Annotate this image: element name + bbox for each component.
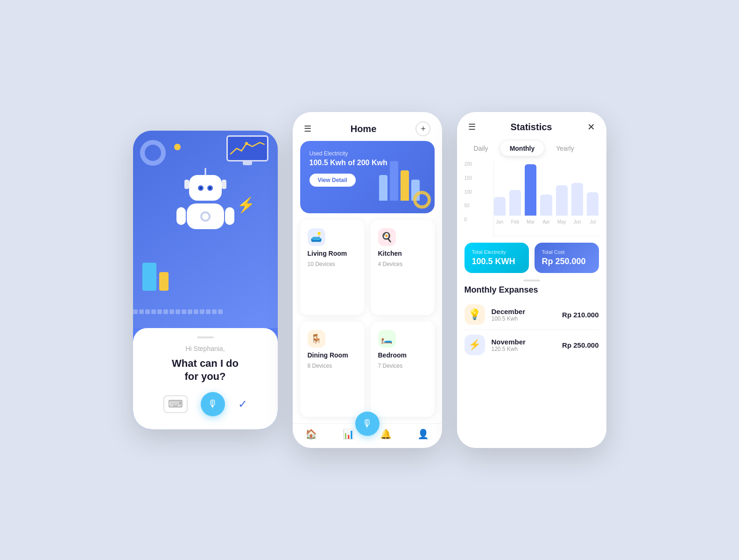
monitor-screen xyxy=(226,135,268,161)
bar-jan-label: Jan xyxy=(496,219,503,224)
rooms-grid: 🛋️ Living Room 10 Devices 🍳 Kitchen 4 De… xyxy=(293,213,442,423)
robot-arm-left xyxy=(176,207,186,225)
add-button[interactable]: + xyxy=(415,121,430,136)
robot-illustration xyxy=(175,175,236,240)
grid-cell xyxy=(151,309,156,314)
grid-cell xyxy=(212,309,217,314)
electricity-value: 100.5 KWH xyxy=(472,257,521,266)
check-icon[interactable]: ✓ xyxy=(238,398,247,411)
drag-handle xyxy=(197,336,214,338)
bar-2 xyxy=(390,161,398,201)
tab-yearly[interactable]: Yearly xyxy=(547,141,583,156)
grid-cell xyxy=(206,309,211,314)
expense-november: ⚡ November 120.5 Kwh Rp 250.000 xyxy=(457,330,606,360)
bar-apr: Apr xyxy=(540,195,552,224)
y-label-150: 150 xyxy=(465,175,472,181)
nav-profile-icon[interactable]: 👤 xyxy=(417,428,429,440)
bar-may-rect xyxy=(556,185,568,216)
banner-bar-chart xyxy=(379,154,420,201)
grid-row xyxy=(194,309,223,314)
stats-title: Statistics xyxy=(511,122,552,133)
bar-jan-rect xyxy=(494,197,506,216)
cost-label: Total Cost xyxy=(542,249,591,255)
bar-mar-rect xyxy=(525,164,536,216)
bar-jun: Jun xyxy=(571,183,583,224)
keyboard-icon[interactable]: ⌨ xyxy=(163,395,188,413)
robot-body xyxy=(187,203,224,229)
y-label-100: 100 xyxy=(465,189,472,195)
expenses-title: Monthly Expanses xyxy=(457,285,606,300)
bar-apr-label: Apr xyxy=(542,219,550,224)
grid-cell xyxy=(188,309,192,314)
robot-antenna xyxy=(204,168,206,175)
bar-jan: Jan xyxy=(494,197,506,224)
expense-december: 💡 December 100.5 Kwh Rp 210.000 xyxy=(457,300,606,329)
expense-nov-kwh: 120.5 Kwh xyxy=(492,346,556,352)
nav-mic-button[interactable]: 🎙 xyxy=(355,412,380,436)
room-card-living[interactable]: 🛋️ Living Room 10 Devices xyxy=(300,220,364,315)
cube-blue xyxy=(142,263,156,291)
grid-decoration xyxy=(133,309,268,314)
home-title: Home xyxy=(351,124,377,134)
greeting-text: Hi Stephania, xyxy=(185,345,225,352)
menu-icon[interactable]: ☰ xyxy=(304,124,311,134)
close-button[interactable]: ✕ xyxy=(587,121,595,133)
bar-feb: Feb xyxy=(509,190,521,224)
bedroom-devices: 7 Devices xyxy=(378,363,427,369)
living-room-devices: 10 Devices xyxy=(308,261,357,267)
tab-monthly[interactable]: Monthly xyxy=(500,141,544,156)
y-label-200: 200 xyxy=(465,161,472,167)
bar-mar: Mar xyxy=(525,164,536,224)
living-room-name: Living Room xyxy=(308,250,357,257)
bar-jul-rect xyxy=(587,192,598,216)
room-card-bedroom[interactable]: 🛏️ Bedroom 7 Devices xyxy=(371,322,435,417)
kitchen-name: Kitchen xyxy=(378,250,427,257)
cost-value: Rp 250.000 xyxy=(542,257,591,266)
robot-arm-right xyxy=(225,207,234,225)
grid-cell xyxy=(157,309,162,314)
assistant-controls: ⌨ 🎙 ✓ xyxy=(163,392,247,416)
grid-cell xyxy=(139,309,144,314)
view-detail-button[interactable]: View Detail xyxy=(310,174,356,187)
grid-row xyxy=(133,309,162,314)
bedroom-name: Bedroom xyxy=(378,351,427,359)
bars-wrapper: Jan Feb Mar Apr xyxy=(479,161,599,236)
robot-ear-right xyxy=(222,180,226,189)
cube-orange xyxy=(159,272,169,291)
phone-statistics: ☰ Statistics ✕ Daily Monthly Yearly 200 … xyxy=(457,112,606,448)
robot-eye-left xyxy=(198,185,204,191)
drag-handle xyxy=(523,280,540,281)
expense-nov-month: November xyxy=(492,338,556,346)
stats-cards: Total Electricity 100.5 KWH Total Cost R… xyxy=(457,236,606,278)
bedroom-icon: 🛏️ xyxy=(378,330,396,348)
y-label-0: 0 xyxy=(465,217,472,222)
grid-cell xyxy=(218,309,223,314)
y-axis-labels: 200 150 100 50 0 xyxy=(465,161,472,222)
room-card-dining[interactable]: 🪑 Dining Room 8 Devices xyxy=(300,322,364,417)
bar-may-label: May xyxy=(557,219,566,224)
nav-home-icon[interactable]: 🏠 xyxy=(305,428,317,440)
expense-nov-info: November 120.5 Kwh xyxy=(492,338,556,352)
electricity-label: Total Electricity xyxy=(472,249,521,255)
nav-chart-icon[interactable]: 📊 xyxy=(343,428,354,440)
bar-may: May xyxy=(556,185,568,224)
nav-bell-icon[interactable]: 🔔 xyxy=(380,428,392,440)
bar-jun-label: Jun xyxy=(573,219,581,224)
total-cost-card: Total Cost Rp 250.000 xyxy=(535,243,599,273)
chart-container: 200 150 100 50 0 Jan Feb xyxy=(465,161,599,236)
bar-jun-rect xyxy=(571,183,583,216)
stats-menu-icon[interactable]: ☰ xyxy=(468,122,476,132)
room-card-kitchen[interactable]: 🍳 Kitchen 4 Devices xyxy=(371,220,435,315)
y-label-50: 50 xyxy=(465,203,472,208)
bottom-nav: 🏠 📊 🎙 🔔 👤 xyxy=(293,423,442,448)
dining-room-name: Dining Room xyxy=(308,351,357,359)
grid-cell xyxy=(176,309,180,314)
grid-cell xyxy=(169,309,174,314)
bar-feb-rect xyxy=(509,190,521,216)
grid-cell xyxy=(145,309,150,314)
mic-button[interactable]: 🎙 xyxy=(201,392,225,416)
monitor-decoration xyxy=(226,135,268,168)
phone-assistant: ⚡ Hi Stephania, What can I do for you? ⌨… xyxy=(133,131,278,429)
question-text: What can I do for you? xyxy=(172,357,239,384)
tab-daily[interactable]: Daily xyxy=(465,141,498,156)
